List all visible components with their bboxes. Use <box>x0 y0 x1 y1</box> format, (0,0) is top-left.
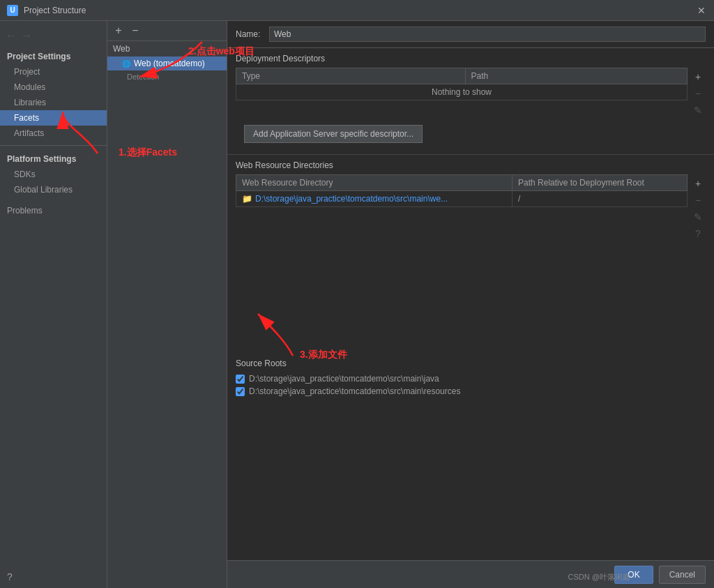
sidebar: ← → Project Settings Project Modules Lib… <box>0 21 107 588</box>
remove-row-button[interactable]: − <box>690 86 706 101</box>
watermark: CSDN @叶落闲庭 <box>568 572 630 582</box>
name-row: Name: <box>227 21 714 48</box>
back-arrow[interactable]: ← <box>6 29 17 42</box>
type-header: Type <box>236 68 466 84</box>
name-input[interactable] <box>269 27 706 42</box>
wr-table-container: Web Resource Directory Path Relative to … <box>236 174 688 243</box>
name-label: Name: <box>236 29 264 39</box>
table-action-buttons: + − ✎ <box>688 68 706 119</box>
wr-edit-button[interactable]: ✎ <box>690 209 706 225</box>
sidebar-item-project[interactable]: Project <box>0 64 107 80</box>
path-header: Path <box>465 68 688 84</box>
web-resource-section: Web Resource Directories Web Resource Di… <box>227 155 714 248</box>
sidebar-item-libraries[interactable]: Libraries <box>0 95 107 110</box>
project-settings-label: Project Settings <box>0 47 107 64</box>
sidebar-divider <box>0 145 107 146</box>
help-button[interactable]: ? <box>0 566 107 588</box>
wr-directory-path: D:\storage\java_practice\tomcatdemo\src\… <box>255 194 448 204</box>
wr-remove-button[interactable]: − <box>690 193 706 208</box>
platform-settings-label: Platform Settings <box>0 150 107 167</box>
deployment-table-container: Type Path Nothing to show <box>236 68 688 119</box>
add-row-button[interactable]: + <box>690 69 706 84</box>
facet-group-label: Web <box>107 41 227 56</box>
deployment-table-wrapper: Type Path Nothing to show <box>236 68 706 119</box>
cancel-button[interactable]: Cancel <box>659 566 706 584</box>
sidebar-item-problems[interactable]: Problems <box>0 203 107 218</box>
wr-dir-header: Web Resource Directory <box>236 175 512 191</box>
remove-facet-button[interactable]: − <box>128 24 142 38</box>
facet-item-label: Web (tomcatdemo) <box>134 59 205 68</box>
title-bar: U Project Structure ✕ <box>0 0 714 21</box>
source-item-0: D:\storage\java_practice\tomcatdemo\src\… <box>236 372 706 385</box>
nav-arrows: ← → <box>0 27 107 47</box>
web-resource-title: Web Resource Directories <box>236 160 706 170</box>
close-button[interactable]: ✕ <box>696 5 707 16</box>
main-layout: ← → Project Settings Project Modules Lib… <box>0 21 714 588</box>
right-content: Deployment Descriptors Type Path <box>227 48 714 560</box>
source-checkbox-1[interactable] <box>236 387 245 396</box>
sidebar-item-facets[interactable]: Facets <box>0 110 107 126</box>
right-panel: Name: Deployment Descriptors Type Path <box>227 21 714 588</box>
wr-table-wrapper: Web Resource Directory Path Relative to … <box>236 174 706 243</box>
center-toolbar: + − <box>107 21 227 41</box>
window-title: Project Structure <box>24 6 696 15</box>
table-row[interactable]: 📁 D:\storage\java_practice\tomcatdemo\sr… <box>236 191 688 207</box>
wr-relative-path-cell: / <box>512 191 688 207</box>
sidebar-item-sdks[interactable]: SDKs <box>0 167 107 182</box>
sidebar-item-artifacts[interactable]: Artifacts <box>0 126 107 141</box>
facet-detection-label: Detection <box>107 70 227 83</box>
source-path-0: D:\storage\java_practice\tomcatdemo\src\… <box>249 374 439 384</box>
source-path-1: D:\storage\java_practice\tomcatdemo\src\… <box>249 386 460 396</box>
web-facet-icon: 🌐 <box>121 59 131 68</box>
folder-icon: 📁 <box>242 194 252 204</box>
bottom-bar: OK Cancel <box>227 560 714 588</box>
app-icon: U <box>7 5 18 16</box>
wr-path-header: Path Relative to Deployment Root <box>512 175 688 191</box>
source-roots-title: Source Roots <box>236 359 706 368</box>
forward-arrow[interactable]: → <box>21 29 32 42</box>
table-empty-message: Nothing to show <box>236 84 688 100</box>
deployment-descriptors-section: Deployment Descriptors Type Path <box>227 48 714 155</box>
wr-table: Web Resource Directory Path Relative to … <box>236 174 688 207</box>
add-facet-button[interactable]: + <box>112 24 126 38</box>
source-checkbox-0[interactable] <box>236 375 245 384</box>
wr-help-button[interactable]: ? <box>690 226 706 241</box>
sidebar-item-modules[interactable]: Modules <box>0 80 107 95</box>
center-panel: + − Web 🌐 Web (tomcatdemo) Detection <box>107 21 227 588</box>
facet-item-web[interactable]: 🌐 Web (tomcatdemo) <box>107 56 227 70</box>
add-descriptor-button[interactable]: Add Application Server specific descript… <box>244 125 423 143</box>
source-roots-section: Source Roots D:\storage\java_practice\to… <box>227 353 714 403</box>
spacer <box>227 248 714 353</box>
deployment-descriptors-title: Deployment Descriptors <box>236 54 706 63</box>
deployment-table: Type Path Nothing to show <box>236 68 688 100</box>
wr-add-button[interactable]: + <box>690 176 706 191</box>
edit-row-button[interactable]: ✎ <box>690 103 706 118</box>
sidebar-item-global-libraries[interactable]: Global Libraries <box>0 182 107 197</box>
wr-directory-cell: 📁 D:\storage\java_practice\tomcatdemo\sr… <box>236 191 512 207</box>
wr-action-buttons: + − ✎ ? <box>688 174 706 243</box>
source-item-1: D:\storage\java_practice\tomcatdemo\src\… <box>236 385 706 398</box>
